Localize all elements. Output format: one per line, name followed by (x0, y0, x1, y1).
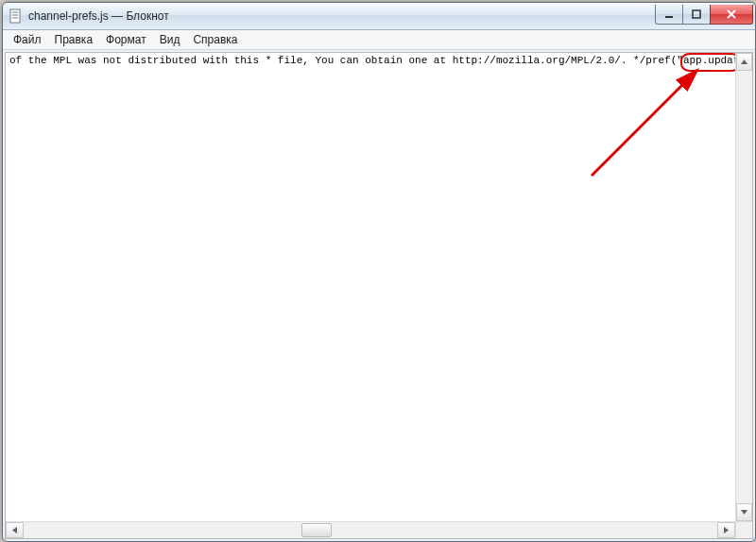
text-line-1[interactable]: of the MPL was not distributed with this… (9, 55, 733, 66)
hscroll-track[interactable] (24, 522, 717, 538)
menu-view[interactable]: Вид (153, 32, 187, 47)
editor-area: of the MPL was not distributed with this… (5, 52, 753, 539)
svg-rect-4 (665, 16, 673, 18)
scroll-right-button[interactable] (717, 522, 735, 538)
scroll-left-button[interactable] (6, 522, 24, 538)
scroll-up-button[interactable] (736, 53, 752, 71)
window-controls (656, 5, 753, 24)
annotation-arrow (573, 62, 724, 185)
svg-line-8 (592, 70, 697, 176)
hscroll-thumb[interactable] (301, 523, 332, 537)
menu-format[interactable]: Формат (99, 32, 153, 47)
vertical-scrollbar[interactable] (735, 53, 752, 521)
scroll-down-button[interactable] (736, 503, 752, 521)
text-content[interactable]: of the MPL was not distributed with this… (6, 53, 752, 521)
titlebar[interactable]: channel-prefs.js — Блокнот (3, 3, 755, 30)
text-segment-pre: of the MPL was not distributed with this… (9, 55, 752, 66)
menu-edit[interactable]: Правка (48, 32, 100, 47)
menu-help[interactable]: Справка (186, 32, 244, 47)
menubar: Файл Правка Формат Вид Справка (3, 30, 755, 50)
horizontal-scrollbar[interactable] (6, 521, 752, 538)
menu-file[interactable]: Файл (7, 32, 48, 47)
minimize-button[interactable] (655, 5, 683, 25)
svg-rect-5 (693, 10, 700, 18)
close-button[interactable] (710, 5, 753, 25)
svg-rect-0 (10, 9, 20, 23)
scrollbar-corner (735, 522, 752, 538)
vscroll-track[interactable] (736, 71, 752, 503)
maximize-button[interactable] (682, 5, 711, 25)
notepad-window: channel-prefs.js — Блокнот Файл Правка Ф… (2, 2, 756, 542)
notepad-icon (9, 8, 24, 24)
window-title: channel-prefs.js — Блокнот (28, 9, 656, 23)
